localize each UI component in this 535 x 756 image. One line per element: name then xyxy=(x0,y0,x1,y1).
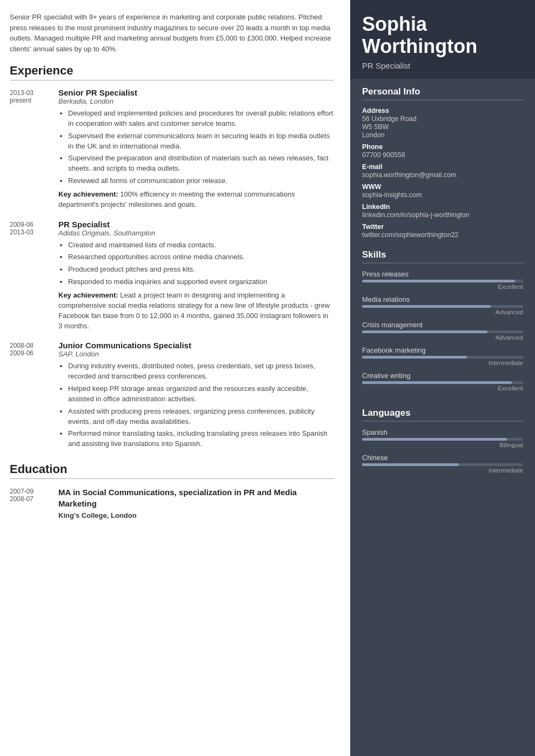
skill-level: Advanced xyxy=(362,334,523,341)
exp-bullet: Supervised the preparation and distribut… xyxy=(68,153,334,174)
exp-bullets: Created and maintained lists of media co… xyxy=(58,240,334,287)
skill-level: Advanced xyxy=(362,309,523,315)
phone-value: 07700 900556 xyxy=(362,151,523,159)
skill-name: Facebook marketing xyxy=(362,346,523,354)
exp-job-title: PR Specialist xyxy=(58,220,334,229)
personal-info-section: Personal Info Address 56 Uxbridge RoadW5… xyxy=(350,79,535,242)
skill-item: Facebook marketingIntermediate xyxy=(362,346,523,366)
skill-bar-bg xyxy=(362,330,523,333)
right-header: Sophia Worthington PR Specialist xyxy=(350,0,535,79)
exp-date: 2008-082009-06 xyxy=(10,341,58,453)
language-level: Bilingual xyxy=(362,442,523,448)
exp-bullet: Assisted with producing press releases, … xyxy=(68,407,334,427)
skill-bar-bg xyxy=(362,381,523,384)
exp-job-title: Senior PR Specialist xyxy=(58,88,334,97)
address-value: 56 Uxbridge RoadW5 5BWLondon xyxy=(362,115,523,139)
skill-bar-fill xyxy=(362,305,491,308)
skill-name: Crisis management xyxy=(362,321,523,329)
skill-level: Excellent xyxy=(362,284,523,290)
skills-title: Skills xyxy=(362,249,523,264)
exp-bullet: During industry events, distributed note… xyxy=(68,361,334,382)
language-name: Spanish xyxy=(362,428,523,436)
edu-school: King's College, London xyxy=(58,511,334,519)
address-line: W5 5BW xyxy=(362,123,523,131)
twitter-label: Twitter xyxy=(362,223,523,231)
edu-body: MA in Social Communications, specializat… xyxy=(58,487,334,519)
experience-entry: 2013-03presentSenior PR SpecialistBerkad… xyxy=(10,88,334,210)
exp-bullet: Supervised the external communications t… xyxy=(68,131,334,152)
www-label: WWW xyxy=(362,183,523,191)
exp-bullets: Developed and implemented policies and p… xyxy=(58,109,334,186)
exp-bullet: Developed and implemented policies and p… xyxy=(68,109,334,129)
skill-item: Crisis managementAdvanced xyxy=(362,321,523,341)
edu-date: 2007-092008-07 xyxy=(10,487,58,519)
language-item: SpanishBilingual xyxy=(362,428,523,448)
skill-bar-fill xyxy=(362,356,467,359)
summary-text: Senior PR specialist with 9+ years of ex… xyxy=(10,12,334,54)
key-achievement: Key achievement: Lead a project team in … xyxy=(58,291,334,331)
skill-bar-bg xyxy=(362,280,523,282)
experience-entries: 2013-03presentSenior PR SpecialistBerkad… xyxy=(10,88,334,453)
candidate-name: Sophia Worthington xyxy=(362,13,523,58)
exp-bullet: Reviewed all forms of communication prio… xyxy=(68,176,334,186)
languages-title: Languages xyxy=(362,408,523,422)
left-column: Senior PR specialist with 9+ years of ex… xyxy=(0,0,350,756)
email-label: E-mail xyxy=(362,163,523,171)
exp-bullet: Created and maintained lists of media co… xyxy=(68,240,334,251)
skill-bar-bg xyxy=(362,356,523,359)
skill-bar-fill xyxy=(362,381,512,384)
right-column: Sophia Worthington PR Specialist Persona… xyxy=(350,0,535,756)
languages-section: Languages SpanishBilingualChineseInterme… xyxy=(350,400,535,482)
experience-entry: 2008-082009-06Junior Communications Spec… xyxy=(10,341,334,453)
skill-level: Excellent xyxy=(362,385,523,392)
language-bar-bg xyxy=(362,438,523,441)
languages-list: SpanishBilingualChineseIntermediate xyxy=(362,428,523,474)
personal-info-title: Personal Info xyxy=(362,86,523,100)
skill-name: Press releases xyxy=(362,270,523,278)
education-section: Education 2007-092008-07MA in Social Com… xyxy=(10,462,334,519)
skill-name: Media relations xyxy=(362,295,523,303)
exp-body: PR SpecialistAdidas Originals, Southampt… xyxy=(58,220,334,332)
education-entries: 2007-092008-07MA in Social Communication… xyxy=(10,487,334,519)
experience-entry: 2009-062013-03PR SpecialistAdidas Origin… xyxy=(10,220,334,332)
exp-date: 2009-062013-03 xyxy=(10,220,58,332)
language-name: Chinese xyxy=(362,454,523,462)
exp-body: Junior Communications SpecialistSAP, Lon… xyxy=(58,341,334,453)
skill-item: Creative writingExcellent xyxy=(362,372,523,392)
experience-section: Experience 2013-03presentSenior PR Speci… xyxy=(10,64,334,453)
key-achievement: Key achievement: 100% efficiency in meet… xyxy=(58,190,334,210)
skills-section: Skills Press releasesExcellentMedia rela… xyxy=(350,242,535,400)
skill-item: Press releasesExcellent xyxy=(362,270,523,290)
exp-bullet: Produced product pitches and press kits. xyxy=(68,265,334,275)
linkedin-value: linkedin.com/in/sophia-j-worthington xyxy=(362,211,523,219)
address-line: 56 Uxbridge Road xyxy=(362,115,523,123)
address-line: London xyxy=(362,131,523,139)
exp-bullet: Researched opportunities across online m… xyxy=(68,252,334,262)
address-label: Address xyxy=(362,107,523,114)
edu-degree: MA in Social Communications, specializat… xyxy=(58,487,334,509)
language-bar-bg xyxy=(362,463,523,466)
skill-level: Intermediate xyxy=(362,360,523,366)
exp-company: Berkadia, London xyxy=(58,97,334,105)
skills-list: Press releasesExcellentMedia relationsAd… xyxy=(362,270,523,392)
exp-body: Senior PR SpecialistBerkadia, LondonDeve… xyxy=(58,88,334,210)
exp-company: SAP, London xyxy=(58,350,334,358)
language-item: ChineseIntermediate xyxy=(362,454,523,474)
www-value: sophia-insights.com xyxy=(362,191,523,199)
exp-bullet: Helped keep PR storage areas organized a… xyxy=(68,384,334,404)
exp-company: Adidas Originals, Southampton xyxy=(58,229,334,237)
twitter-value: twitter.com/sophieworthington22 xyxy=(362,231,523,239)
exp-date: 2013-03present xyxy=(10,88,58,210)
linkedin-label: LinkedIn xyxy=(362,203,523,211)
skill-bar-fill xyxy=(362,280,515,282)
exp-bullet: Performed minor translating tasks, inclu… xyxy=(68,429,334,449)
phone-label: Phone xyxy=(362,143,523,151)
exp-job-title: Junior Communications Specialist xyxy=(58,341,334,350)
exp-bullets: During industry events, distributed note… xyxy=(58,361,334,449)
email-value: sophia.worthington@gmail.com xyxy=(362,171,523,179)
resume-wrapper: Senior PR specialist with 9+ years of ex… xyxy=(0,0,535,756)
exp-bullet: Responded to media inquiries and support… xyxy=(68,277,334,287)
education-entry: 2007-092008-07MA in Social Communication… xyxy=(10,487,334,519)
skill-item: Media relationsAdvanced xyxy=(362,295,523,315)
education-title: Education xyxy=(10,462,334,479)
